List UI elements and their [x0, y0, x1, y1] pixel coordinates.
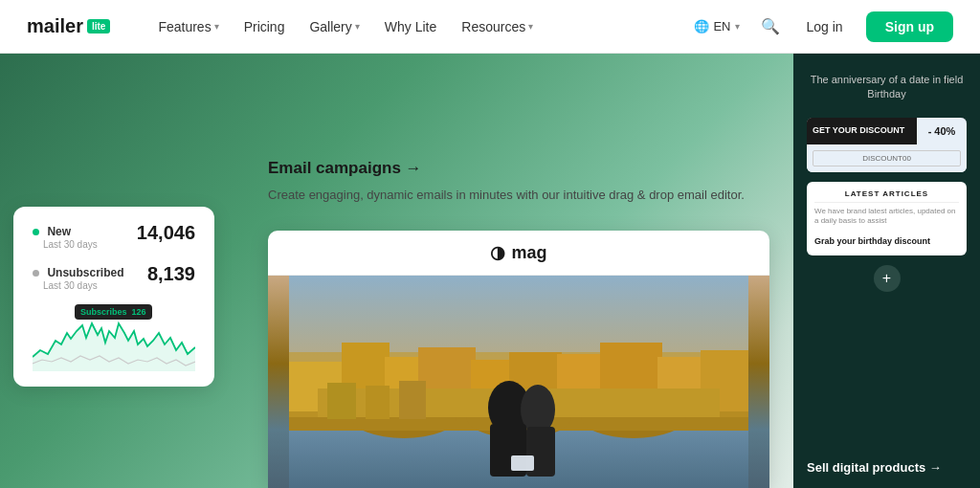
chart-tooltip: Subscribes 126: [75, 304, 152, 320]
center-content: Email campaigns → Create engaging, dynam…: [249, 54, 789, 488]
nav-right: 🌐 EN ▾ 🔍 Log in Sign up: [688, 11, 953, 42]
navbar: mailer lite Features ▾ Pricing Gallery ▾…: [0, 0, 980, 54]
article-desc: We have brand latest articles, updated o…: [814, 207, 959, 227]
anniversary-text: The anniversary of a date in field Birth…: [807, 67, 967, 108]
chevron-down-icon: ▾: [528, 21, 533, 32]
nav-whylite[interactable]: Why Lite: [375, 13, 446, 40]
signup-button[interactable]: Sign up: [866, 11, 953, 42]
nav-links: Features ▾ Pricing Gallery ▾ Why Lite Re…: [148, 13, 688, 40]
new-dot: [33, 229, 39, 235]
feature-desc: Create engaging, dynamic emails in minut…: [268, 186, 769, 205]
search-icon[interactable]: 🔍: [757, 13, 784, 39]
svg-rect-21: [366, 386, 390, 419]
nav-features[interactable]: Features ▾: [148, 13, 228, 40]
email-preview-card: ◑ mag: [268, 231, 769, 488]
globe-icon: 🌐: [694, 19, 709, 33]
chart-area: Subscribes 126: [33, 304, 195, 371]
svg-rect-27: [511, 455, 534, 471]
stats-card: New Last 30 days 14,046 Unsubscribed Las…: [13, 207, 214, 387]
svg-rect-22: [399, 381, 426, 419]
logo-badge: lite: [87, 19, 110, 33]
unsub-stat-row: Unsubscribed Last 30 days 8,139: [33, 263, 195, 291]
discount-top: GET YOUR DISCOUNT - 40%: [807, 118, 967, 144]
sell-digital-link[interactable]: Sell digital products →: [807, 460, 967, 475]
discount-email-preview: GET YOUR DISCOUNT - 40% DISCOUNT00: [807, 118, 967, 172]
chevron-down-icon: ▾: [355, 21, 360, 32]
feature-title: Email campaigns →: [268, 159, 769, 178]
moon-icon: ◑: [490, 242, 505, 263]
chevron-down-icon: ▾: [735, 21, 740, 32]
chevron-down-icon: ▾: [214, 21, 219, 32]
nav-pricing[interactable]: Pricing: [234, 13, 295, 40]
hero-section: New Last 30 days 14,046 Unsubscribed Las…: [0, 54, 980, 488]
bridge-svg: [268, 276, 769, 488]
new-stat-row: New Last 30 days 14,046: [33, 222, 195, 250]
nav-resources[interactable]: Resources ▾: [452, 13, 543, 40]
unsub-dot: [33, 270, 39, 277]
discount-code: DISCOUNT00: [813, 150, 961, 166]
right-panel: The anniversary of a date in field Birth…: [793, 54, 980, 488]
add-button[interactable]: +: [874, 265, 901, 292]
discount-bottom: DISCOUNT00: [807, 144, 967, 172]
discount-percentage: - 40%: [917, 118, 967, 144]
logo-text: mailer: [27, 15, 83, 37]
latest-articles: LATEST ARTICLES We have brand latest art…: [807, 182, 967, 255]
email-preview-image: [268, 276, 769, 488]
article-link[interactable]: Grab your birthday discount: [814, 236, 930, 246]
discount-headline: GET YOUR DISCOUNT: [807, 118, 917, 144]
nav-gallery[interactable]: Gallery ▾: [300, 13, 368, 40]
login-button[interactable]: Log in: [795, 13, 855, 40]
feature-text: Email campaigns → Create engaging, dynam…: [268, 159, 769, 205]
logo[interactable]: mailer lite: [27, 15, 110, 37]
language-selector[interactable]: 🌐 EN ▾: [688, 15, 745, 37]
articles-title: LATEST ARTICLES: [814, 189, 959, 203]
email-preview-header: ◑ mag: [268, 231, 769, 276]
svg-rect-20: [327, 383, 356, 419]
